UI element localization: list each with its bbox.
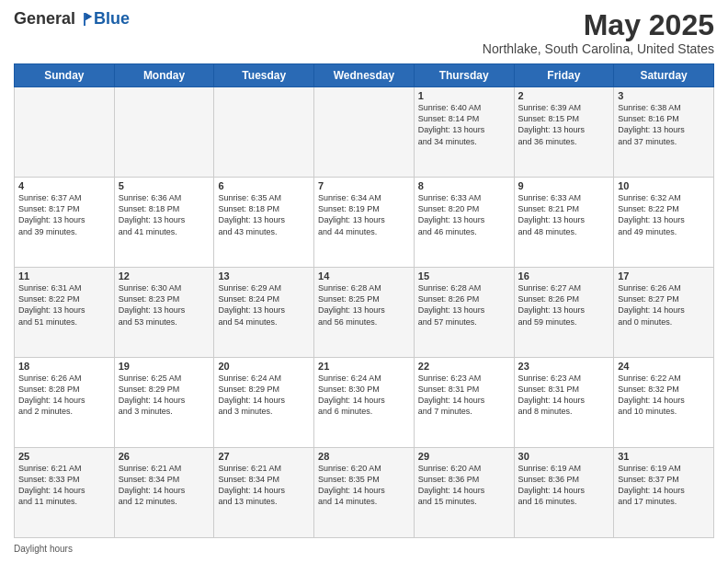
day-info: Sunrise: 6:20 AM Sunset: 8:35 PM Dayligh… bbox=[318, 463, 410, 508]
day-number: 29 bbox=[418, 451, 510, 462]
logo-flag-icon bbox=[77, 11, 94, 28]
calendar-cell: 27Sunrise: 6:21 AM Sunset: 8:34 PM Dayli… bbox=[214, 448, 314, 538]
day-number: 14 bbox=[318, 270, 410, 282]
calendar-week-row: 18Sunrise: 6:26 AM Sunset: 8:28 PM Dayli… bbox=[15, 358, 714, 448]
page: General Blue May 2025 Northlake, South C… bbox=[0, 0, 728, 563]
day-info: Sunrise: 6:40 AM Sunset: 8:14 PM Dayligh… bbox=[418, 102, 510, 147]
daylight-label: Daylight hours bbox=[14, 544, 73, 554]
calendar-cell bbox=[214, 87, 314, 178]
day-info: Sunrise: 6:30 AM Sunset: 8:23 PM Dayligh… bbox=[119, 282, 210, 327]
logo: General Blue bbox=[14, 9, 130, 29]
calendar-week-row: 1Sunrise: 6:40 AM Sunset: 8:14 PM Daylig… bbox=[15, 87, 714, 178]
day-info: Sunrise: 6:23 AM Sunset: 8:31 PM Dayligh… bbox=[418, 373, 510, 418]
day-info: Sunrise: 6:38 AM Sunset: 8:16 PM Dayligh… bbox=[618, 102, 710, 147]
calendar-table: SundayMondayTuesdayWednesdayThursdayFrid… bbox=[14, 63, 714, 538]
day-info: Sunrise: 6:19 AM Sunset: 8:36 PM Dayligh… bbox=[518, 463, 610, 508]
day-info: Sunrise: 6:23 AM Sunset: 8:31 PM Dayligh… bbox=[518, 373, 610, 418]
day-number: 26 bbox=[119, 451, 210, 462]
calendar-cell: 12Sunrise: 6:30 AM Sunset: 8:23 PM Dayli… bbox=[114, 268, 214, 358]
weekday-header-friday: Friday bbox=[514, 64, 614, 87]
day-number: 31 bbox=[618, 451, 710, 462]
calendar-cell: 16Sunrise: 6:27 AM Sunset: 8:26 PM Dayli… bbox=[514, 268, 614, 358]
day-info: Sunrise: 6:26 AM Sunset: 8:27 PM Dayligh… bbox=[618, 282, 710, 327]
day-info: Sunrise: 6:21 AM Sunset: 8:34 PM Dayligh… bbox=[218, 463, 310, 508]
day-info: Sunrise: 6:34 AM Sunset: 8:19 PM Dayligh… bbox=[318, 192, 410, 237]
calendar-cell: 29Sunrise: 6:20 AM Sunset: 8:36 PM Dayli… bbox=[414, 448, 514, 538]
day-number: 17 bbox=[618, 270, 710, 282]
calendar-week-row: 25Sunrise: 6:21 AM Sunset: 8:33 PM Dayli… bbox=[15, 448, 714, 538]
day-number: 23 bbox=[518, 361, 610, 372]
day-number: 11 bbox=[18, 270, 110, 282]
calendar-week-row: 11Sunrise: 6:31 AM Sunset: 8:22 PM Dayli… bbox=[15, 268, 714, 358]
day-number: 16 bbox=[518, 270, 610, 282]
calendar-cell: 15Sunrise: 6:28 AM Sunset: 8:26 PM Dayli… bbox=[414, 268, 514, 358]
calendar-week-row: 4Sunrise: 6:37 AM Sunset: 8:17 PM Daylig… bbox=[15, 178, 714, 268]
calendar-cell: 21Sunrise: 6:24 AM Sunset: 8:30 PM Dayli… bbox=[314, 358, 415, 448]
day-number: 6 bbox=[218, 180, 310, 191]
day-info: Sunrise: 6:26 AM Sunset: 8:28 PM Dayligh… bbox=[18, 373, 110, 418]
day-info: Sunrise: 6:21 AM Sunset: 8:33 PM Dayligh… bbox=[18, 463, 110, 508]
day-info: Sunrise: 6:21 AM Sunset: 8:34 PM Dayligh… bbox=[119, 463, 210, 508]
day-number: 9 bbox=[518, 180, 610, 191]
calendar-cell: 2Sunrise: 6:39 AM Sunset: 8:15 PM Daylig… bbox=[514, 87, 614, 178]
day-number: 24 bbox=[618, 361, 710, 372]
day-number: 12 bbox=[119, 270, 210, 282]
day-number: 18 bbox=[18, 361, 110, 372]
logo-text: General Blue bbox=[14, 9, 130, 29]
day-info: Sunrise: 6:39 AM Sunset: 8:15 PM Dayligh… bbox=[518, 102, 610, 147]
location-title: Northlake, South Carolina, United States bbox=[483, 41, 714, 56]
day-number: 3 bbox=[618, 90, 710, 101]
calendar-cell: 14Sunrise: 6:28 AM Sunset: 8:25 PM Dayli… bbox=[314, 268, 415, 358]
calendar-cell: 20Sunrise: 6:24 AM Sunset: 8:29 PM Dayli… bbox=[214, 358, 314, 448]
calendar-cell: 11Sunrise: 6:31 AM Sunset: 8:22 PM Dayli… bbox=[15, 268, 115, 358]
weekday-header-row: SundayMondayTuesdayWednesdayThursdayFrid… bbox=[15, 64, 714, 87]
day-info: Sunrise: 6:33 AM Sunset: 8:21 PM Dayligh… bbox=[518, 192, 610, 237]
day-number: 13 bbox=[218, 270, 310, 282]
calendar-cell: 24Sunrise: 6:22 AM Sunset: 8:32 PM Dayli… bbox=[614, 358, 714, 448]
calendar-cell: 3Sunrise: 6:38 AM Sunset: 8:16 PM Daylig… bbox=[614, 87, 714, 178]
footer: Daylight hours bbox=[14, 544, 714, 554]
logo-general: General bbox=[14, 9, 75, 29]
day-info: Sunrise: 6:20 AM Sunset: 8:36 PM Dayligh… bbox=[418, 463, 510, 508]
calendar-cell: 6Sunrise: 6:35 AM Sunset: 8:18 PM Daylig… bbox=[214, 178, 314, 268]
calendar-cell: 23Sunrise: 6:23 AM Sunset: 8:31 PM Dayli… bbox=[514, 358, 614, 448]
day-number: 28 bbox=[318, 451, 410, 462]
day-number: 10 bbox=[618, 180, 710, 191]
day-number: 21 bbox=[318, 361, 410, 372]
weekday-header-thursday: Thursday bbox=[414, 64, 514, 87]
day-number: 25 bbox=[18, 451, 110, 462]
svg-marker-1 bbox=[85, 13, 92, 20]
day-info: Sunrise: 6:32 AM Sunset: 8:22 PM Dayligh… bbox=[618, 192, 710, 237]
calendar-cell: 17Sunrise: 6:26 AM Sunset: 8:27 PM Dayli… bbox=[614, 268, 714, 358]
day-info: Sunrise: 6:36 AM Sunset: 8:18 PM Dayligh… bbox=[119, 192, 210, 237]
calendar-cell: 28Sunrise: 6:20 AM Sunset: 8:35 PM Dayli… bbox=[314, 448, 415, 538]
weekday-header-wednesday: Wednesday bbox=[314, 64, 415, 87]
month-title: May 2025 bbox=[483, 9, 714, 41]
day-number: 1 bbox=[418, 90, 510, 101]
calendar-cell: 31Sunrise: 6:19 AM Sunset: 8:37 PM Dayli… bbox=[614, 448, 714, 538]
calendar-cell: 9Sunrise: 6:33 AM Sunset: 8:21 PM Daylig… bbox=[514, 178, 614, 268]
day-info: Sunrise: 6:35 AM Sunset: 8:18 PM Dayligh… bbox=[218, 192, 310, 237]
day-info: Sunrise: 6:28 AM Sunset: 8:26 PM Dayligh… bbox=[418, 282, 510, 327]
day-info: Sunrise: 6:29 AM Sunset: 8:24 PM Dayligh… bbox=[218, 282, 310, 327]
logo-blue: Blue bbox=[94, 9, 130, 29]
calendar-cell: 30Sunrise: 6:19 AM Sunset: 8:36 PM Dayli… bbox=[514, 448, 614, 538]
day-info: Sunrise: 6:37 AM Sunset: 8:17 PM Dayligh… bbox=[18, 192, 110, 237]
day-number: 7 bbox=[318, 180, 410, 191]
day-number: 27 bbox=[218, 451, 310, 462]
calendar-cell: 7Sunrise: 6:34 AM Sunset: 8:19 PM Daylig… bbox=[314, 178, 415, 268]
day-number: 15 bbox=[418, 270, 510, 282]
day-number: 20 bbox=[218, 361, 310, 372]
header-right: May 2025 Northlake, South Carolina, Unit… bbox=[483, 9, 714, 56]
day-info: Sunrise: 6:28 AM Sunset: 8:25 PM Dayligh… bbox=[318, 282, 410, 327]
calendar-cell: 26Sunrise: 6:21 AM Sunset: 8:34 PM Dayli… bbox=[114, 448, 214, 538]
day-number: 19 bbox=[119, 361, 210, 372]
day-number: 30 bbox=[518, 451, 610, 462]
day-number: 2 bbox=[518, 90, 610, 101]
calendar-cell: 25Sunrise: 6:21 AM Sunset: 8:33 PM Dayli… bbox=[15, 448, 115, 538]
header: General Blue May 2025 Northlake, South C… bbox=[14, 9, 714, 56]
day-info: Sunrise: 6:25 AM Sunset: 8:29 PM Dayligh… bbox=[119, 373, 210, 418]
calendar-cell: 19Sunrise: 6:25 AM Sunset: 8:29 PM Dayli… bbox=[114, 358, 214, 448]
calendar-cell: 22Sunrise: 6:23 AM Sunset: 8:31 PM Dayli… bbox=[414, 358, 514, 448]
weekday-header-monday: Monday bbox=[114, 64, 214, 87]
